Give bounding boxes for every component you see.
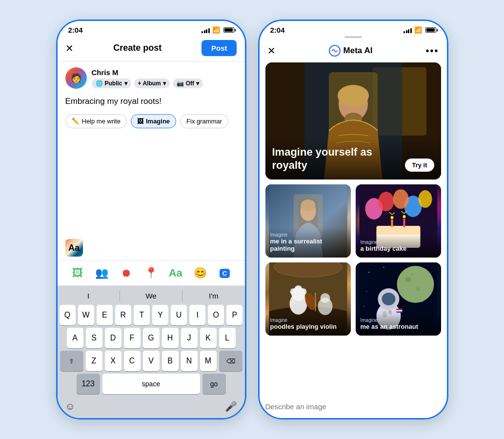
keyboard: I We I'm Q W E R T Y U I O P <box>58 286 245 418</box>
key-l[interactable]: L <box>219 328 236 348</box>
battery-icon <box>223 27 234 33</box>
key-row-3: ⇧ Z X C V B N M ⌫ <box>60 351 243 371</box>
user-name: Chris M <box>92 68 203 77</box>
key-num[interactable]: 123 <box>77 374 100 394</box>
audience-pill-public[interactable]: 🌐 Public ▾ <box>92 79 131 88</box>
card-surrealist-overlay: Imagine me in a surrealist painting <box>265 227 351 258</box>
key-f[interactable]: F <box>124 328 141 348</box>
meta-ai-nav: ✕ Meta AI ••• <box>260 41 447 62</box>
scene: 2:04 📶 ✕ Create post Post <box>41 5 463 434</box>
svg-rect-61 <box>396 310 402 312</box>
post-button[interactable]: Post <box>202 40 237 56</box>
key-space[interactable]: space <box>102 374 200 394</box>
audience-pill-off[interactable]: 📷 Off ▾ <box>173 79 203 88</box>
toolbar-more[interactable]: C <box>212 266 237 281</box>
svg-point-50 <box>397 266 434 303</box>
key-b[interactable]: B <box>162 351 179 371</box>
key-backspace[interactable]: ⌫ <box>219 351 242 371</box>
card-surrealist[interactable]: Imagine me in a surrealist painting <box>265 184 351 258</box>
album-label: + Album <box>138 80 161 87</box>
key-d[interactable]: D <box>105 328 121 348</box>
card-birthday-overlay: Imagine a birthday cake <box>356 235 441 258</box>
location-icon: 📍 <box>144 267 158 279</box>
meta-close-button[interactable]: ✕ <box>267 45 276 57</box>
key-c[interactable]: C <box>124 351 141 371</box>
key-u[interactable]: U <box>171 305 187 325</box>
emoji-icon: 😊 <box>194 267 207 279</box>
key-k[interactable]: K <box>200 328 217 348</box>
key-o[interactable]: O <box>208 305 224 325</box>
key-z[interactable]: Z <box>86 351 102 371</box>
try-it-button[interactable]: Try it <box>405 159 434 172</box>
small-grid-row2: Imagine poodles playing violin <box>265 262 441 336</box>
close-button[interactable]: ✕ <box>65 42 74 54</box>
key-r[interactable]: R <box>115 305 131 325</box>
toolbar-photo[interactable]: 🖼 <box>65 264 90 282</box>
hero-card[interactable]: Imagine yourself as royalty Try it <box>265 62 441 180</box>
suggestion-im[interactable]: I'm <box>182 290 244 302</box>
key-s[interactable]: S <box>86 328 102 348</box>
key-a[interactable]: A <box>67 328 83 348</box>
card-astronaut[interactable]: Imagine me as an astronaut <box>356 262 441 336</box>
signal-icon <box>202 27 210 33</box>
key-g[interactable]: G <box>143 328 160 348</box>
image-grid: Imagine yourself as royalty Try it <box>260 62 447 398</box>
svg-point-52 <box>416 287 420 291</box>
emoji-button[interactable]: ☺ <box>65 401 75 412</box>
toolbar-text[interactable]: Aa <box>163 264 188 282</box>
key-y[interactable]: Y <box>152 305 168 325</box>
toolbar-people[interactable]: 👥 <box>90 264 114 282</box>
post-text[interactable]: Embracing my royal roots! <box>58 93 245 112</box>
mic-button[interactable]: 🎤 <box>225 400 237 412</box>
key-j[interactable]: J <box>181 328 198 348</box>
suggestion-i[interactable]: I <box>58 290 120 302</box>
status-icons-right: 📶 <box>403 26 436 34</box>
key-row-2: A S D F G H J K L <box>60 328 243 348</box>
svg-rect-24 <box>391 220 393 227</box>
chip-help-write[interactable]: ✏️ Help me write <box>65 114 127 128</box>
toolbar-location[interactable]: 📍 <box>139 264 163 282</box>
card-surrealist-title: me in a surrealist painting <box>270 238 346 253</box>
svg-point-47 <box>366 291 367 292</box>
pencil-icon: ✏️ <box>72 118 80 125</box>
svg-point-56 <box>382 293 395 305</box>
chip-imagine[interactable]: 🖼 Imagine <box>131 114 176 128</box>
video-icon: ⏺ <box>121 267 132 279</box>
app-icon: Aa <box>65 239 83 257</box>
key-h[interactable]: H <box>162 328 179 348</box>
nav-title: Create post <box>113 43 161 53</box>
toolbar-video[interactable]: ⏺ <box>114 264 139 282</box>
off-label: Off <box>186 80 194 87</box>
meta-ai-logo-icon <box>329 45 341 57</box>
suggestion-we[interactable]: We <box>120 290 182 302</box>
audience-label: Public <box>105 80 122 87</box>
user-row: 🧑 Chris M 🌐 Public ▾ + Album ▾ 📷 <box>58 61 245 93</box>
card-poodles[interactable]: Imagine poodles playing violin <box>265 262 351 336</box>
key-x[interactable]: X <box>105 351 121 371</box>
audience-pill-album[interactable]: + Album ▾ <box>134 79 170 88</box>
describe-input[interactable] <box>265 402 441 411</box>
text-icon: Aa <box>169 267 182 279</box>
key-e[interactable]: E <box>97 305 113 325</box>
svg-point-18 <box>378 192 394 211</box>
key-i[interactable]: I <box>189 305 205 325</box>
card-birthday[interactable]: Imagine a birthday cake <box>356 184 441 258</box>
key-p[interactable]: P <box>226 305 242 325</box>
key-go[interactable]: go <box>202 374 226 394</box>
key-v[interactable]: V <box>143 351 160 371</box>
key-t[interactable]: T <box>134 305 150 325</box>
toolbar-emoji[interactable]: 😊 <box>188 264 212 282</box>
svg-rect-60 <box>396 309 402 310</box>
svg-point-21 <box>393 189 408 209</box>
svg-rect-23 <box>376 226 420 235</box>
meta-ai-title: Meta AI <box>343 46 373 56</box>
chip-fix-grammar[interactable]: Fix grammar <box>180 114 228 128</box>
key-m[interactable]: M <box>200 351 217 371</box>
key-shift[interactable]: ⇧ <box>60 351 83 371</box>
key-w[interactable]: W <box>78 305 94 325</box>
more-button[interactable]: ••• <box>425 45 439 57</box>
key-q[interactable]: Q <box>60 305 76 325</box>
card-surrealist-label: Imagine <box>270 232 346 238</box>
key-n[interactable]: N <box>181 351 198 371</box>
svg-point-49 <box>363 306 364 307</box>
